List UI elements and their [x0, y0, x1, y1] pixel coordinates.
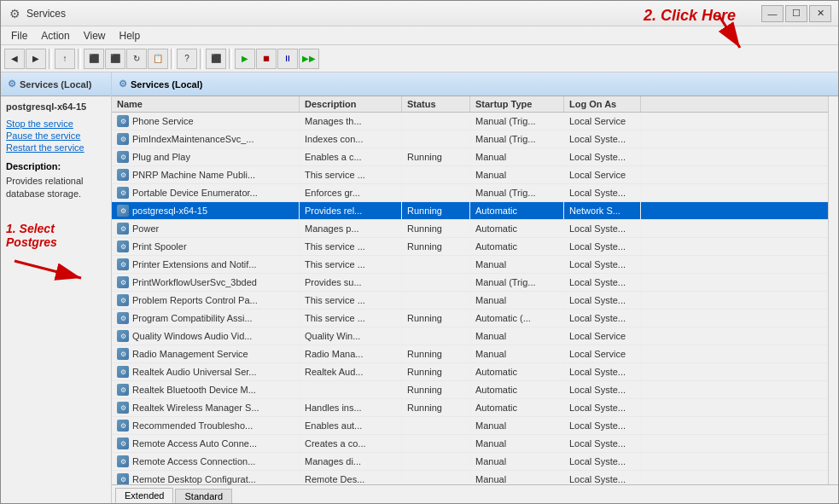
table-row[interactable]: ⚙Remote Access Auto Conne...Creates a co… — [112, 435, 828, 453]
maximize-button[interactable]: ☐ — [785, 5, 807, 22]
table-row[interactable]: ⚙Realtek Wireless Manager S...Handles in… — [112, 399, 828, 417]
restart-link[interactable]: Restart the service — [6, 142, 106, 153]
toolbar-sep-5 — [229, 49, 232, 69]
service-name-cell: ⚙Radio Management Service — [112, 345, 300, 362]
view-properties[interactable]: ⬛ — [206, 49, 226, 69]
service-desc-cell: Quality Win... — [300, 327, 402, 345]
minimize-button[interactable]: — — [761, 5, 784, 22]
service-desc-cell: Manages di... — [300, 453, 402, 470]
service-logon-cell: Local Syste... — [564, 256, 641, 273]
main-panel: ⚙ Services (Local) Name Description Stat… — [112, 72, 838, 503]
table-header: Name Description Status Startup Type Log… — [112, 96, 828, 113]
sidebar-header: ⚙ Services (Local) — [1, 72, 111, 96]
service-logon-cell: Local Syste... — [564, 184, 641, 201]
show-hide-console[interactable]: ⬛ — [84, 49, 104, 69]
table-row[interactable]: ⚙Printer Extensions and Notif...This ser… — [112, 256, 828, 274]
forward-button[interactable]: ▶ — [26, 49, 46, 69]
service-logon-cell: Local Syste... — [564, 292, 641, 309]
tab-standard[interactable]: Standard — [175, 489, 232, 503]
service-logon-cell: Local Syste... — [564, 417, 641, 434]
show-hide-action[interactable]: ⬛ — [105, 49, 125, 69]
toolbar-sep-4 — [200, 49, 203, 69]
service-startup-cell: Manual (Trig... — [470, 184, 564, 201]
table-row[interactable]: ⚙postgresql-x64-15Provides rel...Running… — [112, 202, 828, 220]
panel-title: Services (Local) — [131, 79, 202, 90]
service-icon: ⚙ — [117, 348, 129, 360]
service-icon: ⚙ — [117, 151, 129, 163]
sidebar: ⚙ Services (Local) postgresql-x64-15 Sto… — [1, 72, 112, 503]
table-row[interactable]: ⚙PowerManages p...RunningAutomaticLocal … — [112, 220, 828, 238]
stop-service-button[interactable]: ⏹ — [256, 49, 277, 69]
table-row[interactable]: ⚙PNRP Machine Name Publi...This service … — [112, 166, 828, 184]
table-row[interactable]: ⚙Remote Access Connection...Manages di..… — [112, 453, 828, 471]
service-status-cell — [402, 184, 470, 201]
table-row[interactable]: ⚙PimIndexMaintenanceSvc_...Indexes con..… — [112, 130, 828, 148]
table-row[interactable]: ⚙Remote Desktop Configurat...Remote Des.… — [112, 471, 828, 484]
table-row[interactable]: ⚙Realtek Audio Universal Ser...Realtek A… — [112, 363, 828, 381]
service-logon-cell: Local Syste... — [564, 453, 641, 470]
pause-link[interactable]: Pause the service — [6, 130, 106, 141]
service-logon-cell: Local Service — [564, 166, 641, 183]
menu-help[interactable]: Help — [113, 28, 148, 43]
table-row[interactable]: ⚙Radio Management ServiceRadio Mana...Ru… — [112, 345, 828, 363]
service-desc-cell: Remote Des... — [300, 471, 402, 484]
up-button[interactable]: ↑ — [55, 49, 75, 69]
refresh-button[interactable]: ↻ — [126, 49, 147, 69]
service-name-cell: ⚙Print Spooler — [112, 238, 300, 255]
sidebar-icon: ⚙ — [8, 78, 16, 90]
table-row[interactable]: ⚙Recommended Troublesho...Enables aut...… — [112, 417, 828, 435]
table-row[interactable]: ⚙Portable Device Enumerator...Enforces g… — [112, 184, 828, 202]
service-logon-cell: Local Syste... — [564, 435, 641, 452]
service-startup-cell: Manual — [470, 256, 564, 273]
service-status-cell — [402, 274, 470, 291]
service-name-cell: ⚙Power — [112, 220, 300, 237]
service-desc-cell: Enforces gr... — [300, 184, 402, 201]
service-status-cell — [402, 417, 470, 434]
table-body: ⚙Phone ServiceManages th...Manual (Trig.… — [112, 113, 828, 484]
table-row[interactable]: ⚙Problem Reports Control Pa...This servi… — [112, 292, 828, 310]
start-service-button[interactable]: ▶ — [235, 49, 255, 69]
menu-file[interactable]: File — [4, 28, 34, 43]
click-here-annotation: 2. Click Here — [644, 7, 736, 25]
service-status-cell — [402, 453, 470, 470]
menu-action[interactable]: Action — [34, 28, 76, 43]
service-logon-cell: Network S... — [564, 202, 641, 219]
service-icon: ⚙ — [117, 294, 129, 306]
service-name-cell: ⚙Remote Access Connection... — [112, 453, 300, 470]
service-icon: ⚙ — [117, 133, 129, 145]
close-button[interactable]: ✕ — [809, 5, 831, 22]
service-desc-cell: Manages p... — [300, 220, 402, 237]
table-row[interactable]: ⚙Plug and PlayEnables a c...RunningManua… — [112, 148, 828, 166]
service-name-cell: ⚙Printer Extensions and Notif... — [112, 256, 300, 273]
service-icon: ⚙ — [117, 366, 129, 378]
service-desc-cell: This service ... — [300, 292, 402, 309]
table-row[interactable]: ⚙Realtek Bluetooth Device M...RunningAut… — [112, 381, 828, 399]
tab-extended[interactable]: Extended — [115, 488, 173, 503]
stop-link[interactable]: Stop the service — [6, 119, 106, 129]
export-button[interactable]: 📋 — [148, 49, 168, 69]
service-logon-cell: Local Syste... — [564, 381, 641, 398]
table-row[interactable]: ⚙PrintWorkflowUserSvc_3bdedProvides su..… — [112, 274, 828, 292]
scrollbar[interactable] — [828, 96, 838, 484]
service-startup-cell: Automatic — [470, 399, 564, 416]
menu-view[interactable]: View — [77, 28, 113, 43]
table-row[interactable]: ⚙Phone ServiceManages th...Manual (Trig.… — [112, 113, 828, 130]
service-logon-cell: Local Service — [564, 327, 641, 345]
resume-service-button[interactable]: ▶▶ — [299, 49, 319, 69]
col-name: Name — [112, 96, 300, 112]
services-table[interactable]: Name Description Status Startup Type Log… — [112, 96, 828, 484]
service-status-cell: Running — [402, 363, 470, 380]
table-row[interactable]: ⚙Quality Windows Audio Vid...Quality Win… — [112, 327, 828, 345]
service-startup-cell: Automatic — [470, 202, 564, 219]
back-button[interactable]: ◀ — [4, 49, 25, 69]
service-desc-cell: Indexes con... — [300, 130, 402, 148]
pause-service-button[interactable]: ⏸ — [277, 49, 298, 69]
service-status-cell: Running — [402, 345, 470, 362]
service-desc-cell — [300, 381, 402, 398]
table-row[interactable]: ⚙Print SpoolerThis service ...RunningAut… — [112, 238, 828, 256]
service-status-cell: Running — [402, 310, 470, 327]
table-row[interactable]: ⚙Program Compatibility Assi...This servi… — [112, 310, 828, 327]
toolbar-sep-2 — [78, 49, 81, 69]
help-button[interactable]: ? — [177, 49, 197, 69]
service-name-cell: ⚙PNRP Machine Name Publi... — [112, 166, 300, 183]
